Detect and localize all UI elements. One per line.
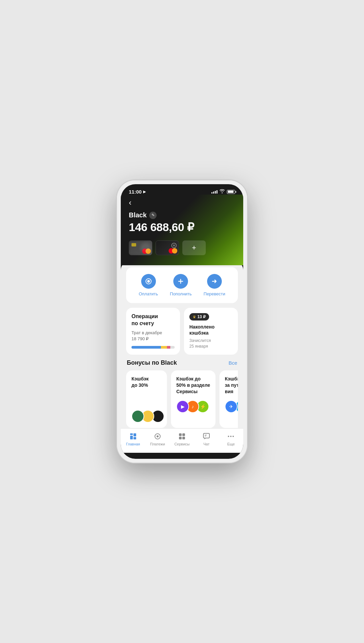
svg-rect-11: [182, 433, 185, 436]
pay-button[interactable]: Оплатить: [139, 274, 158, 296]
bonus-2-icons: ▶ ♪ ⚡: [176, 400, 210, 413]
back-button[interactable]: ‹: [129, 198, 131, 207]
transfer-label: Перевести: [204, 291, 225, 296]
topup-icon: [173, 274, 188, 289]
tab-chat[interactable]: Чат: [196, 432, 216, 446]
svg-rect-13: [182, 437, 185, 439]
phone-device: 11:00 ▶: [117, 180, 247, 463]
tab-chat-label: Чат: [203, 442, 209, 446]
operations-title: Операциипо счету: [131, 313, 175, 327]
svg-rect-4: [130, 436, 133, 439]
cards-row: +: [129, 240, 235, 255]
status-icons: [211, 189, 235, 194]
wifi-icon: [219, 189, 225, 194]
operations-card[interactable]: Операциипо счету Трат в декабре18 790 ₽: [126, 308, 180, 355]
battery-icon: [227, 190, 235, 194]
bonus-card-3-title: Кэшбэкза путвия: [225, 376, 238, 395]
topup-button[interactable]: Пополнить: [170, 274, 192, 296]
mastercard-logo-2: [169, 248, 177, 254]
account-balance: 146 688,60 ₽: [129, 220, 235, 234]
tab-bar: Главная Платежи: [121, 428, 243, 453]
svg-point-17: [228, 436, 229, 437]
bonuses-header: Бонусы по Black Все: [126, 359, 238, 366]
main-content: Оплатить Пополнить: [121, 262, 243, 428]
action-buttons-card: Оплатить Пополнить: [126, 267, 238, 303]
bonuses-scroll: Кэшбэкдо 30% Кэшбэк до50% в разделеСерви…: [126, 370, 238, 428]
card-2[interactable]: [156, 240, 179, 255]
topup-label: Пополнить: [170, 291, 192, 296]
bonus-1-icons: [131, 410, 162, 423]
tab-more-label: Еще: [227, 442, 235, 446]
tab-home[interactable]: Главная: [123, 432, 143, 446]
crown-icon: ♛: [193, 315, 196, 319]
cashback-amount: 13 ₽: [197, 314, 206, 319]
svg-rect-14: [203, 433, 209, 438]
tab-home-label: Главная: [126, 442, 140, 446]
phone-screen: 11:00 ▶: [121, 184, 243, 459]
tab-services-label: Сервисы: [174, 442, 190, 446]
services-icon: [178, 432, 186, 441]
navigation-arrow-icon: ▶: [143, 190, 146, 194]
svg-point-19: [233, 436, 234, 437]
home-bar: [162, 455, 202, 456]
pay-icon: [141, 274, 156, 289]
svg-rect-7: [133, 433, 136, 436]
cashback-subtitle: Зачислится25 января: [189, 338, 233, 349]
chat-icon: [202, 432, 211, 441]
operations-subtitle: Трат в декабре18 790 ₽: [131, 330, 175, 342]
bonuses-all-link[interactable]: Все: [229, 360, 237, 366]
tab-services[interactable]: Сервисы: [172, 432, 192, 446]
home-icon: [129, 432, 138, 441]
bonus-card-2-title: Кэшбэк до50% в разделеСервисы: [176, 376, 210, 395]
bonus-card-2[interactable]: Кэшбэк до50% в разделеСервисы ▶ ♪ ⚡: [171, 370, 215, 428]
bonus-card-1[interactable]: Кэшбэкдо 30%: [126, 370, 167, 428]
svg-point-0: [147, 280, 150, 283]
transfer-icon: [207, 274, 222, 289]
progress-bar: [131, 346, 175, 349]
svg-rect-5: [133, 437, 136, 439]
cashback-card[interactable]: ♛ 13 ₽ Накоплено кэшбэка Зачислится25 ян…: [184, 308, 238, 355]
svg-rect-10: [179, 433, 182, 436]
tab-more[interactable]: Еще: [221, 432, 241, 446]
tab-payments-label: Платежи: [150, 442, 165, 446]
svg-rect-12: [179, 437, 182, 439]
pay-label: Оплатить: [139, 291, 158, 296]
payments-icon: [153, 432, 162, 441]
account-title-row: Black ✎: [129, 211, 235, 219]
two-cards-row: Операциипо счету Трат в декабре18 790 ₽ …: [126, 308, 238, 355]
svg-point-18: [230, 436, 232, 437]
more-icon: [226, 432, 235, 441]
svg-rect-6: [130, 433, 133, 435]
svg-point-9: [157, 436, 158, 437]
bonuses-section: Бонусы по Black Все Кэшбэкдо 30%: [126, 359, 238, 428]
account-name: Black: [129, 211, 147, 219]
edit-icon[interactable]: ✎: [149, 212, 157, 219]
notch: [161, 184, 203, 194]
tab-payments[interactable]: Платежи: [148, 432, 168, 446]
header-area: ‹ Black ✎ 146 688,60 ₽: [121, 195, 243, 265]
bonus-3-icons: ✈ ◆: [225, 400, 238, 413]
card-1[interactable]: [129, 240, 152, 255]
status-time: 11:00: [129, 189, 142, 195]
transfer-button[interactable]: Перевести: [204, 274, 225, 296]
signal-icon: [211, 190, 217, 194]
cashback-title: Накоплено кэшбэка: [189, 324, 233, 336]
cashback-badge: ♛ 13 ₽: [189, 313, 209, 320]
add-card-button[interactable]: +: [182, 240, 206, 255]
bonus-card-1-title: Кэшбэкдо 30%: [131, 376, 162, 388]
bonus-card-3[interactable]: Кэшбэкза путвия ✈ ◆: [219, 370, 238, 428]
bonuses-title: Бонусы по Black: [127, 359, 177, 366]
